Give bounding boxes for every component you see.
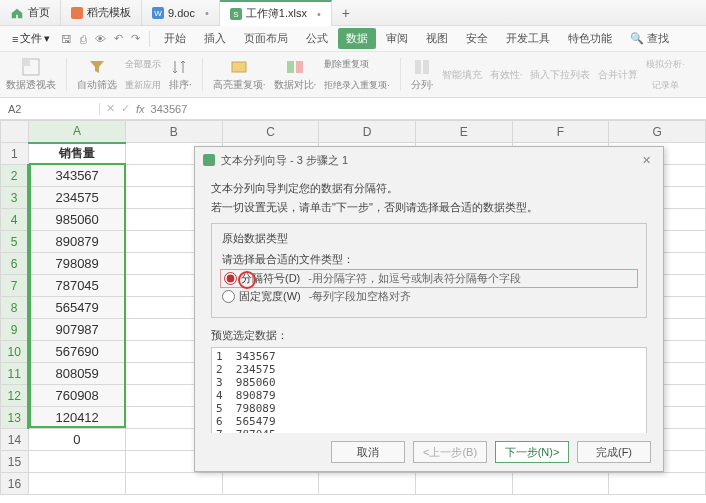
row-header[interactable]: 5: [1, 231, 29, 253]
tab-doc[interactable]: W 9.doc •: [142, 0, 220, 26]
col-header[interactable]: E: [415, 121, 512, 143]
ribbon-fill[interactable]: 智能填充: [442, 54, 482, 95]
mtab-formula[interactable]: 公式: [298, 28, 336, 49]
ribbon-pivot[interactable]: 数据透视表: [6, 54, 56, 95]
next-button[interactable]: 下一步(N)>: [495, 441, 569, 463]
cell[interactable]: 787045: [28, 275, 125, 297]
tab-xlsx[interactable]: S 工作簿1.xlsx •: [220, 0, 332, 26]
mtab-dev[interactable]: 开发工具: [498, 28, 558, 49]
cell[interactable]: [125, 473, 222, 495]
row-header[interactable]: 10: [1, 341, 29, 363]
col-header[interactable]: D: [319, 121, 416, 143]
name-box[interactable]: A2: [0, 103, 100, 115]
mtab-review[interactable]: 审阅: [378, 28, 416, 49]
formula-input[interactable]: 343567: [151, 103, 188, 115]
cell[interactable]: 798089: [28, 253, 125, 275]
cell[interactable]: 567690: [28, 341, 125, 363]
close-icon[interactable]: •: [317, 8, 321, 20]
cell[interactable]: 565479: [28, 297, 125, 319]
cell[interactable]: 0: [28, 429, 125, 451]
ribbon-sort[interactable]: 排序·: [169, 54, 192, 95]
cell[interactable]: [28, 473, 125, 495]
cell[interactable]: [415, 473, 512, 495]
cell[interactable]: 890879: [28, 231, 125, 253]
menu-icon: ≡: [12, 33, 18, 45]
select-all-corner[interactable]: [1, 121, 29, 143]
mtab-layout[interactable]: 页面布局: [236, 28, 296, 49]
cancel-button[interactable]: 取消: [331, 441, 405, 463]
preview-box[interactable]: 1 343567 2 234575 3 985060 4 890879 5 79…: [211, 347, 647, 433]
row-header[interactable]: 14: [1, 429, 29, 451]
cell[interactable]: [28, 451, 125, 473]
redo-icon[interactable]: ↷: [128, 32, 143, 45]
ribbon-hldup[interactable]: 高亮重复项·: [213, 54, 266, 95]
ribbon-datacmp[interactable]: 数据对比·: [274, 54, 317, 95]
ribbon-extra[interactable]: 模拟分析·记录单: [646, 54, 685, 95]
undo-icon[interactable]: ↶: [111, 32, 126, 45]
row-header[interactable]: 15: [1, 451, 29, 473]
mtab-insert[interactable]: 插入: [196, 28, 234, 49]
search-menu[interactable]: 🔍 查找: [622, 28, 677, 49]
ribbon-filter-opts[interactable]: 全部显示重新应用: [125, 54, 161, 95]
close-icon[interactable]: ✕: [638, 154, 655, 167]
close-icon[interactable]: •: [205, 7, 209, 19]
ribbon-valid[interactable]: 有效性·: [490, 54, 523, 95]
ribbon-split[interactable]: 分列·: [411, 54, 434, 95]
app-icon: [71, 7, 83, 19]
cell[interactable]: 985060: [28, 209, 125, 231]
cell[interactable]: 808059: [28, 363, 125, 385]
mtab-data[interactable]: 数据: [338, 28, 376, 49]
cell[interactable]: [609, 473, 706, 495]
row-header[interactable]: 7: [1, 275, 29, 297]
ribbon-autofilter[interactable]: 自动筛选: [77, 54, 117, 95]
print-icon[interactable]: ⎙: [77, 33, 90, 45]
mtab-security[interactable]: 安全: [458, 28, 496, 49]
row-header[interactable]: 16: [1, 473, 29, 495]
row-header[interactable]: 2: [1, 165, 29, 187]
cell[interactable]: 120412: [28, 407, 125, 429]
fx-icon[interactable]: fx: [136, 103, 145, 115]
save-icon[interactable]: 🖫: [58, 33, 75, 45]
cell[interactable]: 760908: [28, 385, 125, 407]
radio-fixedwidth[interactable]: 固定宽度(W) -每列字段加空格对齐: [222, 289, 636, 304]
cell[interactable]: 234575: [28, 187, 125, 209]
cell[interactable]: [319, 473, 416, 495]
finish-button[interactable]: 完成(F): [577, 441, 651, 463]
ribbon-dup-opts[interactable]: 删除重复项拒绝录入重复项·: [324, 54, 390, 95]
col-header[interactable]: G: [609, 121, 706, 143]
tab-template[interactable]: 稻壳模板: [61, 0, 142, 26]
row-header[interactable]: 4: [1, 209, 29, 231]
tab-home[interactable]: 首页: [0, 0, 61, 26]
radio-delimited[interactable]: 分隔符号(D) -用分隔字符，如逗号或制表符分隔每个字段: [222, 271, 636, 286]
file-menu[interactable]: ≡ 文件 ▾: [6, 29, 56, 48]
radio-delimited-input[interactable]: [224, 272, 237, 285]
row-header[interactable]: 3: [1, 187, 29, 209]
mtab-view[interactable]: 视图: [418, 28, 456, 49]
mtab-special[interactable]: 特色功能: [560, 28, 620, 49]
radio-fixedwidth-input[interactable]: [222, 290, 235, 303]
row-header[interactable]: 13: [1, 407, 29, 429]
row-header[interactable]: 11: [1, 363, 29, 385]
cell[interactable]: 销售量: [28, 143, 125, 165]
row-header[interactable]: 9: [1, 319, 29, 341]
col-header[interactable]: C: [222, 121, 319, 143]
new-tab-button[interactable]: +: [332, 5, 360, 21]
fx-confirm-icon[interactable]: ✓: [121, 102, 130, 115]
ribbon-consol[interactable]: 合并计算: [598, 54, 638, 95]
cell[interactable]: 343567: [28, 165, 125, 187]
dialog-titlebar[interactable]: 文本分列向导 - 3 步骤之 1 ✕: [195, 147, 663, 173]
row-header[interactable]: 6: [1, 253, 29, 275]
mtab-start[interactable]: 开始: [156, 28, 194, 49]
ribbon-insdrop[interactable]: 插入下拉列表: [530, 54, 590, 95]
col-header[interactable]: B: [125, 121, 222, 143]
cell[interactable]: 907987: [28, 319, 125, 341]
row-header[interactable]: 12: [1, 385, 29, 407]
row-header[interactable]: 1: [1, 143, 29, 165]
col-header[interactable]: F: [512, 121, 609, 143]
cell[interactable]: [512, 473, 609, 495]
row-header[interactable]: 8: [1, 297, 29, 319]
fx-cancel-icon[interactable]: ✕: [106, 102, 115, 115]
cell[interactable]: [222, 473, 319, 495]
col-header[interactable]: A: [28, 121, 125, 143]
preview-icon[interactable]: 👁: [92, 33, 109, 45]
